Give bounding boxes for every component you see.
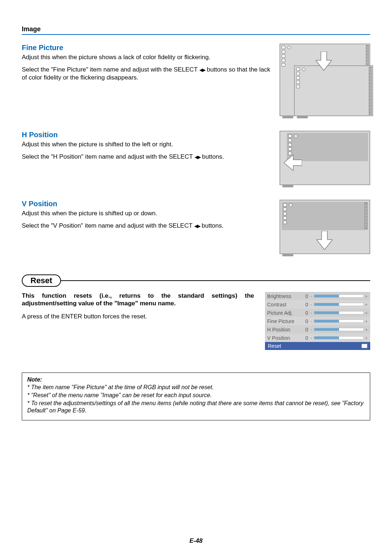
diagram-v-position (279, 200, 370, 256)
osd-item-label: V Position (267, 335, 302, 341)
divider (61, 280, 370, 281)
note-line-3: * To reset the adjustments/settings of a… (27, 400, 365, 414)
plus-icon: + (364, 302, 368, 307)
osd-item-value: 0 (302, 335, 308, 341)
osd-item-label: Picture Adj. (267, 310, 302, 316)
text: buttons. (202, 153, 224, 160)
h-position-desc2: Select the "H Position" item name and ad… (22, 153, 272, 161)
reset-pill-heading: Reset (22, 274, 61, 287)
diagram-fine-picture (279, 44, 370, 118)
v-position-desc1: Adjust this when the picture is shifted … (22, 209, 272, 217)
osd-item-value: 0 (302, 327, 308, 333)
enter-icon (362, 344, 367, 348)
osd-row-picture-adj-[interactable]: Picture Adj.0-+ (265, 309, 370, 317)
text: Select the "H Position" item name and ad… (22, 153, 195, 160)
osd-row-contrast[interactable]: Contrast0-+ (265, 300, 370, 309)
plus-icon: + (364, 335, 368, 341)
osd-panel: Brightness0-+Contrast0-+Picture Adj.0-+F… (265, 292, 370, 350)
note-line-2: * "Reset" of the menu name "Image" can b… (27, 392, 365, 399)
osd-item-label: Brightness (267, 293, 302, 299)
text: Select the "Fine Picture" item name and … (22, 66, 199, 73)
osd-item-value: 0 (302, 310, 308, 316)
plus-icon: + (364, 293, 368, 299)
minus-icon: - (310, 335, 313, 341)
osd-item-label: Contrast (267, 302, 302, 307)
diagram-h-position (279, 131, 370, 187)
osd-item-value: 0 (302, 318, 308, 324)
osd-slider[interactable] (314, 328, 364, 331)
section-reset: Reset This function resets (i.e., return… (22, 274, 370, 350)
osd-reset-row[interactable]: Reset (265, 342, 370, 350)
minus-icon: - (310, 318, 313, 324)
arrow-down-icon (317, 231, 332, 250)
note-line-1: * The item name "Fine Picture" at the ti… (27, 384, 365, 391)
section-v-position: V Position Adjust this when the picture … (22, 200, 370, 256)
minus-icon: - (310, 293, 313, 299)
plus-icon: + (364, 327, 368, 333)
osd-row-h-position[interactable]: H Position0-+ (265, 325, 370, 334)
svg-marker-2 (317, 231, 332, 250)
osd-item-value: 0 (302, 293, 308, 299)
select-left-right-icon (194, 222, 200, 229)
heading-v-position: V Position (22, 200, 272, 208)
reset-desc: A press of the ENTER button forces the r… (22, 313, 254, 321)
heading-fine-picture: Fine Picture (22, 44, 272, 52)
note-heading: Note: (27, 376, 365, 383)
osd-row-v-position[interactable]: V Position0-+ (265, 334, 370, 342)
select-left-right-icon (199, 66, 205, 73)
osd-item-value: 0 (302, 302, 308, 307)
select-left-right-icon (195, 153, 200, 160)
svg-marker-0 (316, 52, 332, 70)
fine-picture-desc2: Select the "Fine Picture" item name and … (22, 66, 272, 82)
note-box: Note: * The item name "Fine Picture" at … (22, 372, 370, 420)
fine-picture-desc1: Adjust this when the picture shows a lac… (22, 53, 272, 61)
v-position-desc2: Select the "V Position" item name and ad… (22, 222, 272, 230)
plus-icon: + (364, 318, 368, 324)
arrow-left-icon (284, 155, 302, 171)
section-fine-picture: Fine Picture Adjust this when the pictur… (22, 44, 370, 118)
plus-icon: + (364, 310, 368, 316)
osd-slider[interactable] (314, 319, 364, 323)
arrow-down-icon (316, 52, 332, 71)
page-number: E-48 (0, 537, 392, 545)
osd-item-label: H Position (267, 327, 302, 333)
osd-slider[interactable] (314, 336, 364, 339)
section-h-position: H Position Adjust this when the picture … (22, 131, 370, 187)
osd-slider[interactable] (314, 311, 364, 314)
svg-marker-1 (284, 155, 302, 171)
breadcrumb: Image (22, 25, 370, 35)
minus-icon: - (310, 327, 313, 333)
text: Select the "V Position" item name and ad… (22, 222, 194, 229)
minus-icon: - (310, 302, 313, 307)
osd-item-label: Fine Picture (267, 318, 302, 324)
h-position-desc1: Adjust this when the picture is shifted … (22, 140, 272, 148)
osd-slider[interactable] (314, 294, 364, 298)
heading-h-position: H Position (22, 131, 272, 139)
reset-bold-desc: This function resets (i.e., returns to t… (22, 292, 254, 307)
text: buttons. (202, 222, 224, 229)
minus-icon: - (310, 310, 313, 316)
osd-reset-label: Reset (268, 343, 281, 349)
osd-row-fine-picture[interactable]: Fine Picture0-+ (265, 317, 370, 325)
osd-slider[interactable] (314, 303, 364, 306)
osd-row-brightness[interactable]: Brightness0-+ (265, 292, 370, 300)
